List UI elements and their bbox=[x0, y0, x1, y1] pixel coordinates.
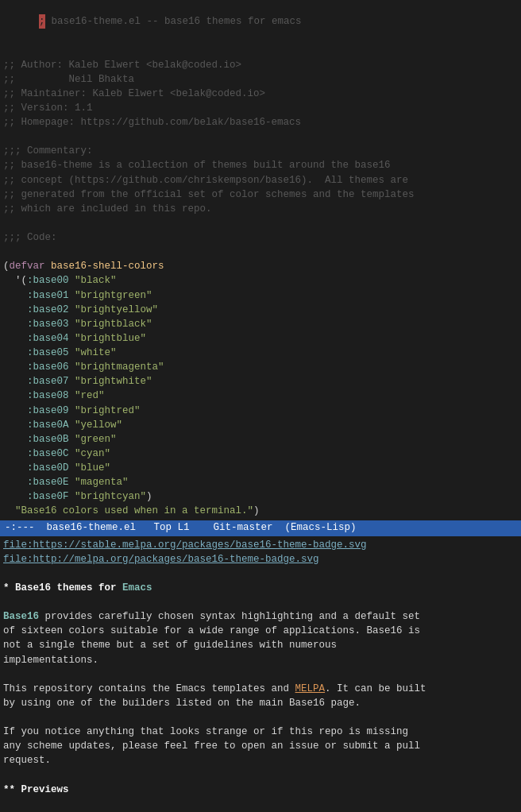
line-comment3: ;; generated from the official set of co… bbox=[3, 188, 518, 202]
line-base04: :base04 "brightblue" bbox=[3, 331, 518, 346]
readme-heading2: ** Previews bbox=[3, 783, 518, 797]
line-author2: ;; Neil Bhakta bbox=[3, 72, 518, 87]
readme-empty-5 bbox=[3, 768, 518, 783]
readme-p1l3: not a single theme but a set of guidelin… bbox=[3, 638, 518, 652]
line-comment1: ;; base16-theme is a collection of theme… bbox=[3, 158, 518, 172]
line-empty-4 bbox=[3, 245, 518, 259]
readme-p3l2: any scheme updates, please feel free to … bbox=[3, 739, 518, 753]
readme-p1l4: implementations. bbox=[3, 653, 518, 667]
line-commentary: ;;; Commentary: bbox=[3, 144, 518, 158]
editor: ;; base16-theme.el -- base16 themes for … bbox=[0, 0, 521, 812]
mode-line-top-text: -:--- base16-theme.el Top L1 Git-master … bbox=[5, 520, 357, 535]
readme-p1l2: of sixteen colors suitable for a wide ra… bbox=[3, 624, 518, 638]
readme-p3l3: request. bbox=[3, 753, 518, 768]
line-base03: :base03 "brightblack" bbox=[3, 317, 518, 331]
line-empty-1 bbox=[3, 43, 518, 57]
readme-empty-1 bbox=[3, 566, 518, 581]
line-base0E: :base0E "magenta" bbox=[3, 475, 518, 489]
line-base05: :base05 "white" bbox=[3, 346, 518, 360]
line-base0B: :base0B "green" bbox=[3, 432, 518, 447]
line-empty-2 bbox=[3, 130, 518, 144]
readme-p3l1: If you notice anything that looks strang… bbox=[3, 725, 518, 739]
line-base07: :base07 "brightwhite" bbox=[3, 374, 518, 389]
line-base09: :base09 "brightred" bbox=[3, 404, 518, 418]
top-pane: ;; base16-theme.el -- base16 themes for … bbox=[0, 0, 521, 520]
line-maintainer: ;; Maintainer: Kaleb Elwert <belak@coded… bbox=[3, 87, 518, 101]
readme-p1l1: Base16 provides carefully chosen syntax … bbox=[3, 609, 518, 624]
line-base0D: :base0D "blue" bbox=[3, 461, 518, 475]
badge-line-1: file:https://stable.melpa.org/packages/b… bbox=[3, 538, 518, 552]
line-defvar: (defvar base16-shell-colors bbox=[3, 259, 518, 273]
readme-empty-3 bbox=[3, 667, 518, 682]
line-base0C: :base0C "cyan" bbox=[3, 447, 518, 461]
line-title: ;; base16-theme.el -- base16 themes for … bbox=[3, 0, 518, 43]
line-author: ;; Author: Kaleb Elwert <belak@coded.io> bbox=[3, 58, 518, 72]
bottom-pane: file:https://stable.melpa.org/packages/b… bbox=[0, 536, 521, 813]
readme-empty-4 bbox=[3, 710, 518, 725]
line-comment2: ;; concept (https://github.com/chriskemp… bbox=[3, 173, 518, 188]
readme-empty-2 bbox=[3, 595, 518, 609]
mode-line-top: -:--- base16-theme.el Top L1 Git-master … bbox=[0, 520, 521, 536]
line-docstring: "Base16 colors used when in a terminal."… bbox=[3, 504, 518, 518]
cursor: ;; bbox=[39, 14, 45, 29]
line-base01: :base01 "brightgreen" bbox=[3, 288, 518, 303]
line-base0A: :base0A "yellow" bbox=[3, 418, 518, 432]
readme-empty-6 bbox=[3, 797, 518, 811]
line-empty-3 bbox=[3, 216, 518, 230]
line-comment4: ;; which are included in this repo. bbox=[3, 202, 518, 216]
line-base06: :base06 "brightmagenta" bbox=[3, 360, 518, 374]
readme-p2l2: by using one of the builders listed on t… bbox=[3, 696, 518, 710]
line-base00: '(:base00 "black" bbox=[3, 273, 518, 288]
line-homepage: ;; Homepage: https://github.com/belak/ba… bbox=[3, 115, 518, 130]
line-base0F: :base0F "brightcyan") bbox=[3, 489, 518, 504]
badge-line-2: file:http://melpa.org/packages/base16-th… bbox=[3, 552, 518, 566]
readme-p2l1: This repository contains the Emacs templ… bbox=[3, 682, 518, 696]
line-version: ;; Version: 1.1 bbox=[3, 101, 518, 115]
line-base08: :base08 "red" bbox=[3, 389, 518, 403]
readme-heading1: * Base16 themes for Emacs bbox=[3, 581, 518, 595]
line-code-section: ;;; Code: bbox=[3, 230, 518, 245]
line-base02: :base02 "brightyellow" bbox=[3, 303, 518, 317]
